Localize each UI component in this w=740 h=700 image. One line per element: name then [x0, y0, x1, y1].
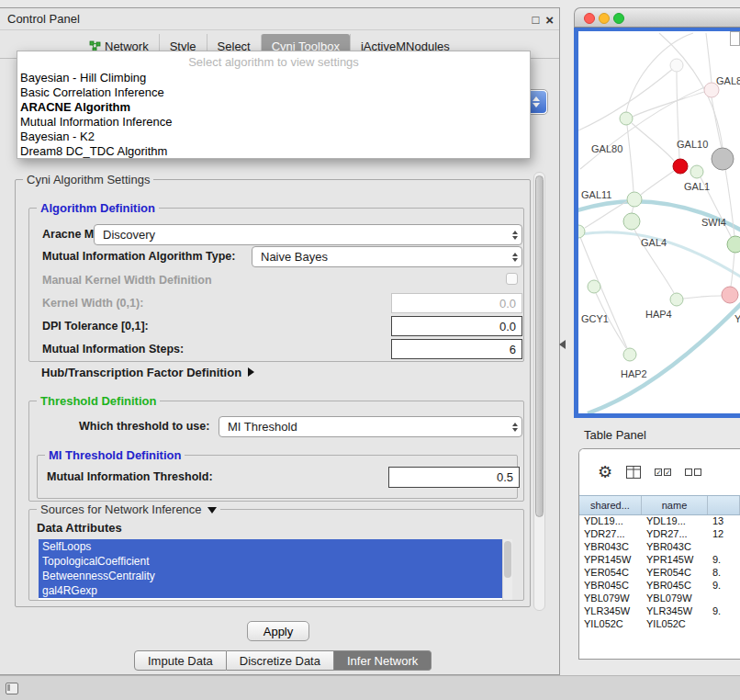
table-row[interactable]: YPR145W YPR145W 9.: [579, 554, 740, 567]
algorithm-definition-group: Algorithm Definition Aracne Mode: Discov…: [28, 208, 524, 362]
expand-right-icon: [248, 367, 254, 377]
column-header[interactable]: shared...: [579, 496, 642, 514]
table-row[interactable]: YBL079W YBL079W: [579, 593, 740, 605]
network-window-titlebar[interactable]: [574, 7, 740, 28]
mi-steps-input[interactable]: 6: [391, 339, 522, 359]
dropdown-option[interactable]: Bayesian - Hill Climbing: [17, 70, 530, 85]
cell: YIL052C: [642, 618, 708, 631]
columns-icon[interactable]: [626, 466, 641, 479]
cell: YBR043C: [579, 541, 642, 554]
cell: 8.: [708, 567, 740, 580]
list-item[interactable]: gal4RGexp: [39, 583, 502, 598]
gear-icon[interactable]: ⚙: [598, 462, 612, 482]
dropdown-option[interactable]: Basic Correlation Inference: [17, 85, 530, 99]
mi-steps-label: Mutual Information Steps:: [42, 343, 184, 356]
deselect-all-columns-icon[interactable]: [685, 469, 701, 476]
panel-resize-arrow[interactable]: [559, 340, 566, 349]
aracne-mode-select[interactable]: Discovery: [94, 224, 522, 245]
close-traffic-light-icon[interactable]: [584, 13, 595, 24]
manual-kernel-checkbox[interactable]: [506, 273, 518, 285]
network-node[interactable]: [620, 112, 633, 125]
tab-infer-network[interactable]: Infer Network: [334, 650, 432, 671]
list-item[interactable]: TopologicalCoefficient: [39, 554, 502, 569]
screen: Control Panel □ × Network Style Select: [0, 0, 740, 700]
input-value: 6: [510, 343, 516, 356]
apply-button[interactable]: Apply: [247, 621, 309, 641]
dropdown-option[interactable]: Mutual Information Inference: [17, 114, 530, 129]
network-node[interactable]: [690, 165, 703, 178]
network-node[interactable]: [727, 236, 740, 253]
selected-value: Discovery: [103, 228, 155, 242]
select-all-columns-icon[interactable]: ✓ ✓: [655, 469, 671, 476]
network-graph: GAL8 GAL80 GAL10 GAL11 GAL1 SWI4 GAL4 GC…: [578, 31, 740, 413]
which-threshold-select[interactable]: MI Threshold: [219, 416, 522, 437]
node-label: Y: [734, 313, 740, 324]
network-node[interactable]: [712, 148, 734, 170]
network-window-body: GAL8 GAL80 GAL10 GAL11 GAL1 SWI4 GAL4 GC…: [574, 28, 740, 418]
panel-title: Control Panel: [7, 12, 80, 26]
mi-threshold-input[interactable]: 0.5: [388, 467, 520, 488]
table-row[interactable]: YLR345W YLR345W 9.: [579, 605, 740, 618]
dropdown-option-highlighted[interactable]: ARACNE Algorithm: [17, 99, 530, 114]
dropdown-option[interactable]: Bayesian - K2: [17, 129, 530, 143]
node-label: GAL11: [581, 189, 611, 200]
sources-title: Sources for Network Inference: [40, 502, 202, 516]
algorithm-dropdown-popup: Select algorithm to view settings Bayesi…: [17, 51, 531, 159]
zoom-traffic-light-icon[interactable]: [613, 13, 624, 24]
network-node[interactable]: [623, 213, 640, 230]
table-row[interactable]: YDR27... YDR27... 12: [579, 528, 740, 541]
network-node[interactable]: [588, 280, 600, 293]
dropdown-placeholder: Select algorithm to view settings: [17, 53, 530, 70]
table-row[interactable]: YBR043C YBR043C: [579, 541, 740, 554]
selected-value: MI Threshold: [228, 420, 297, 434]
scrollbar-thumb[interactable]: [535, 175, 544, 517]
cell: YDR27...: [642, 528, 708, 541]
cell: YDR27...: [579, 528, 642, 541]
cell: 12: [708, 528, 740, 541]
group-title: Algorithm Definition: [37, 201, 159, 215]
table-panel-title: Table Panel: [584, 428, 646, 442]
column-header[interactable]: [708, 496, 740, 514]
table-row[interactable]: YDL19... YDL19... 13: [579, 515, 740, 528]
dpi-tolerance-input[interactable]: 0.0: [391, 316, 522, 336]
mi-threshold-label: Mutual Information Threshold:: [47, 470, 213, 483]
list-item[interactable]: BetweennessCentrality: [39, 569, 502, 583]
minimize-traffic-light-icon[interactable]: [599, 13, 610, 24]
settings-scrollbar[interactable]: [533, 172, 545, 611]
cell: YBL079W: [642, 593, 708, 605]
kernel-width-input[interactable]: 0.0: [391, 293, 522, 313]
tab-discretize-data[interactable]: Discretize Data: [227, 650, 334, 671]
list-item[interactable]: SelfLoops: [39, 539, 502, 554]
network-node[interactable]: [627, 192, 642, 207]
mi-algorithm-type-select[interactable]: Naive Bayes: [252, 246, 522, 267]
table-row[interactable]: YIL052C YIL052C: [579, 618, 740, 631]
network-node[interactable]: [670, 293, 683, 306]
tab-impute-data[interactable]: Impute Data: [134, 650, 227, 671]
kernel-width-label: Kernel Width (0,1):: [42, 297, 143, 310]
network-node[interactable]: [623, 348, 636, 361]
network-node-selected[interactable]: [673, 159, 688, 174]
table-row[interactable]: YBR045C YBR045C 9.: [579, 580, 740, 593]
cell: YER054C: [579, 567, 642, 580]
network-canvas[interactable]: GAL8 GAL80 GAL10 GAL11 GAL1 SWI4 GAL4 GC…: [578, 31, 740, 413]
network-node[interactable]: [578, 225, 585, 238]
network-node[interactable]: [670, 59, 683, 72]
sources-toggle[interactable]: Sources for Network Inference: [37, 502, 220, 516]
column-header[interactable]: name: [642, 496, 708, 514]
dropdown-option[interactable]: Dream8 DC_TDC Algorithm: [17, 143, 530, 158]
data-attributes-label: Data Attributes: [37, 521, 122, 535]
table-body: YDL19... YDL19... 13 YDR27... YDR27... 1…: [579, 515, 740, 631]
hub-section-toggle[interactable]: Hub/Transcription Factor Definition: [41, 366, 254, 379]
control-panel-titlebar: Control Panel □ ×: [0, 8, 559, 30]
network-vertical-scrollbar[interactable]: [730, 31, 740, 46]
float-window-icon[interactable]: □: [532, 13, 539, 27]
data-attributes-list[interactable]: SelfLoops TopologicalCoefficient Between…: [39, 539, 512, 600]
cell: 9.: [708, 554, 740, 567]
scrollbar-thumb[interactable]: [504, 541, 511, 578]
network-node[interactable]: [722, 287, 738, 303]
minimized-panel-icon[interactable]: [6, 683, 18, 694]
table-row[interactable]: YER054C YER054C 8.: [579, 567, 740, 580]
close-icon[interactable]: ×: [545, 12, 554, 28]
list-scrollbar[interactable]: [502, 539, 512, 600]
input-value: 0.0: [499, 320, 516, 333]
